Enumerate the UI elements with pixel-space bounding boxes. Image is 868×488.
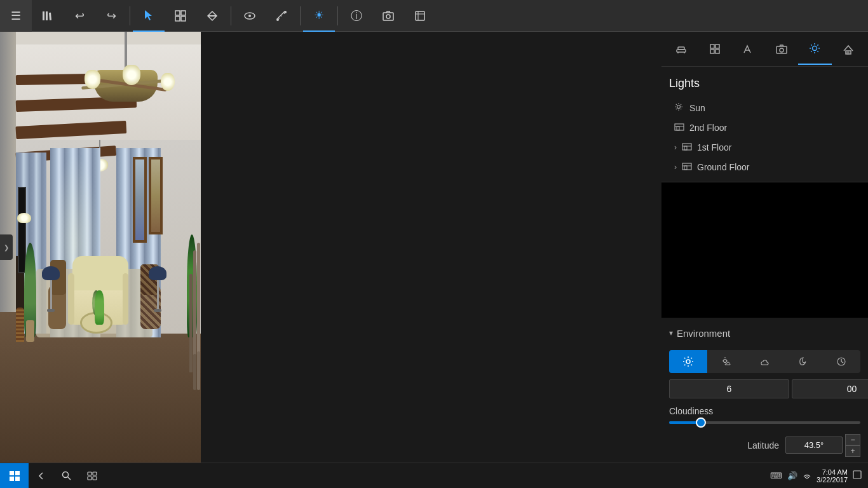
time-hour-input[interactable] bbox=[669, 379, 789, 398]
info-icon[interactable]: ⓘ bbox=[341, 0, 372, 32]
svg-rect-49 bbox=[677, 126, 679, 130]
taskbar-task-view-btn[interactable] bbox=[79, 463, 105, 489]
svg-point-27 bbox=[813, 46, 817, 51]
measure-icon[interactable] bbox=[266, 0, 297, 32]
panel-icon-bar bbox=[661, 32, 868, 67]
svg-line-71 bbox=[841, 362, 843, 363]
svg-line-62 bbox=[691, 364, 692, 365]
svg-rect-23 bbox=[715, 50, 719, 53]
toolbar-separator-4 bbox=[337, 6, 338, 25]
svg-rect-37 bbox=[847, 52, 849, 54]
taskbar-search-btn[interactable] bbox=[54, 463, 79, 489]
latitude-decrement-btn[interactable]: − bbox=[845, 434, 860, 445]
cloudiness-label: Cloudiness bbox=[669, 406, 860, 416]
cloudiness-slider-thumb[interactable] bbox=[696, 417, 706, 428]
viewport[interactable]: ❯ bbox=[0, 32, 201, 463]
environment-title: Environment bbox=[677, 328, 730, 339]
viewport-collapse-button[interactable]: ❯ bbox=[0, 234, 13, 260]
environment-collapse-arrow: ▾ bbox=[669, 329, 673, 337]
keyboard-icon[interactable]: ⌨ bbox=[770, 471, 782, 480]
lights-section: Lights Sun 2nd Floor › 1st Floor › bbox=[661, 67, 868, 182]
expand-arrow-1st-floor: › bbox=[674, 143, 677, 152]
time-input-row bbox=[669, 379, 860, 398]
undo-icon[interactable]: ↩ bbox=[64, 0, 95, 32]
svg-rect-0 bbox=[43, 11, 44, 20]
sun-light-icon bbox=[674, 102, 683, 113]
svg-point-26 bbox=[780, 48, 783, 52]
environment-header[interactable]: ▾ Environment bbox=[669, 323, 860, 344]
dining-chair-back-1 bbox=[197, 243, 200, 359]
latitude-increment-btn[interactable]: + bbox=[845, 445, 860, 457]
light-item-2nd-floor[interactable]: 2nd Floor bbox=[669, 118, 860, 137]
svg-line-35 bbox=[811, 51, 811, 51]
sun-label: Sun bbox=[689, 103, 705, 113]
svg-point-76 bbox=[63, 471, 69, 477]
svg-line-46 bbox=[676, 109, 677, 109]
light-item-1st-floor[interactable]: › 1st Floor bbox=[669, 137, 860, 157]
build-panel-icon[interactable] bbox=[698, 33, 732, 65]
svg-rect-22 bbox=[710, 50, 714, 53]
build-tool-icon[interactable] bbox=[196, 0, 228, 32]
notifications-icon[interactable] bbox=[853, 470, 862, 481]
svg-rect-80 bbox=[88, 477, 92, 480]
svg-rect-74 bbox=[10, 477, 14, 481]
clock-time: 7:04 AM bbox=[817, 468, 848, 476]
svg-point-82 bbox=[806, 478, 808, 479]
sunlight-tool-icon[interactable]: ☀ bbox=[303, 0, 335, 32]
plant-pot-left bbox=[26, 320, 34, 342]
weather-custom-time-btn[interactable] bbox=[822, 350, 860, 373]
svg-line-32 bbox=[811, 44, 811, 45]
light-item-ground-floor[interactable]: › Ground Floor bbox=[669, 157, 860, 177]
chandelier bbox=[85, 32, 167, 102]
cloudiness-slider-container bbox=[669, 421, 860, 424]
3d-view-icon[interactable] bbox=[404, 0, 436, 32]
painting-1 bbox=[133, 157, 147, 243]
latitude-input[interactable] bbox=[785, 437, 843, 454]
svg-rect-3 bbox=[175, 11, 180, 15]
exterior-panel-icon[interactable] bbox=[832, 33, 865, 65]
taskbar: ⌨ 🔊 7:04 AM 3/22/2017 bbox=[0, 463, 868, 488]
redo-icon[interactable]: ↪ bbox=[95, 0, 127, 32]
svg-line-33 bbox=[818, 51, 818, 51]
weather-cloudy-btn[interactable] bbox=[745, 350, 783, 373]
furnish-panel-icon[interactable] bbox=[665, 33, 698, 65]
svg-rect-2 bbox=[49, 12, 51, 20]
network-icon[interactable] bbox=[803, 470, 811, 481]
floor-icon-ground bbox=[682, 161, 692, 172]
dining-chair-seat-1 bbox=[197, 351, 200, 390]
taskbar-back-btn[interactable] bbox=[29, 463, 54, 489]
objects-tool-icon[interactable] bbox=[165, 0, 196, 32]
latitude-row: Latitude − + bbox=[669, 434, 860, 457]
walkthrough-icon[interactable] bbox=[234, 0, 266, 32]
decorate-panel-icon[interactable] bbox=[731, 33, 765, 65]
3d-scene bbox=[0, 32, 201, 463]
menu-icon[interactable]: ☰ bbox=[0, 0, 32, 32]
light-item-sun[interactable]: Sun bbox=[669, 98, 860, 118]
lighting-panel-icon[interactable] bbox=[798, 33, 832, 65]
svg-line-34 bbox=[818, 44, 818, 45]
chevron-right-icon: ❯ bbox=[4, 244, 9, 251]
weather-partly-cloudy-btn[interactable] bbox=[707, 350, 745, 373]
volume-icon[interactable]: 🔊 bbox=[787, 471, 797, 480]
svg-rect-21 bbox=[715, 44, 719, 48]
system-clock[interactable]: 7:04 AM 3/22/2017 bbox=[817, 468, 848, 484]
svg-rect-75 bbox=[15, 477, 20, 481]
toolbar-separator-3 bbox=[300, 6, 301, 25]
weather-clear-day-btn[interactable] bbox=[669, 350, 707, 373]
weather-night-btn[interactable] bbox=[784, 350, 822, 373]
toolbar-separator-1 bbox=[130, 6, 130, 25]
camera-panel-icon[interactable] bbox=[765, 33, 799, 65]
toolbar-separator-2 bbox=[231, 6, 231, 25]
wall-lamp bbox=[17, 213, 31, 223]
time-minute-input[interactable] bbox=[792, 379, 868, 398]
svg-line-77 bbox=[68, 477, 71, 480]
library-icon[interactable] bbox=[32, 0, 64, 32]
svg-line-63 bbox=[691, 358, 692, 358]
panel-spacer bbox=[661, 182, 868, 318]
clock-date: 3/22/2017 bbox=[817, 476, 848, 484]
select-tool-icon[interactable] bbox=[133, 0, 165, 32]
svg-line-43 bbox=[676, 104, 677, 105]
start-button[interactable] bbox=[0, 463, 29, 489]
screenshot-icon[interactable] bbox=[372, 0, 404, 32]
cloudiness-slider-track[interactable] bbox=[669, 421, 860, 424]
